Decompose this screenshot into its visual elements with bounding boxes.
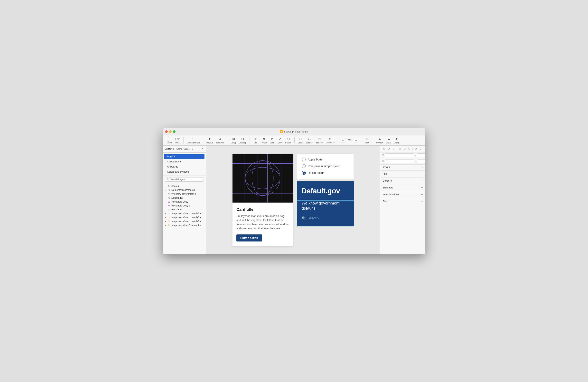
fullscreen-button[interactable] — [173, 130, 175, 133]
expand-arrow: ▶ — [165, 224, 166, 226]
data-icon: ⬡▾ — [175, 137, 180, 141]
radio-circle-2[interactable] — [302, 164, 306, 168]
page-item-page1[interactable]: Page 1 — [164, 154, 205, 159]
view-button[interactable]: ⊞ View — [363, 136, 371, 144]
list-item[interactable]: ▶ ⊙ components/form controls/radio butto… — [163, 211, 206, 215]
page-item-colors[interactable]: Colors and symbols — [164, 169, 205, 174]
h-input[interactable] — [417, 159, 425, 163]
align-bottom-button[interactable]: ⬡ — [407, 147, 412, 151]
add-border-button[interactable]: + — [421, 179, 423, 183]
align-center-v-button[interactable]: ⬡ — [402, 147, 407, 151]
x-input[interactable] — [385, 153, 414, 157]
data-button[interactable]: ⬡▾ Data — [173, 136, 181, 144]
distribute-h-button[interactable]: ⬡ — [414, 147, 418, 151]
blur-label: Blur — [383, 200, 387, 203]
expand-arrow: ▶ — [165, 220, 166, 222]
list-item[interactable]: Aa Search — [163, 184, 206, 188]
close-button[interactable] — [165, 130, 168, 133]
card-body: Card title Smiley was monstrous proud of… — [232, 203, 293, 246]
backward-button[interactable]: ⬇ Backward — [215, 136, 226, 144]
radio-item-2[interactable]: Paw-paw in simple syrup — [302, 164, 349, 168]
collapse-sidebar-button[interactable]: ∧ — [201, 147, 204, 151]
intersect-icon: ⊓ — [317, 137, 322, 141]
add-layer-button[interactable]: + — [198, 147, 200, 151]
page-item-artboards[interactable]: Artboards — [164, 164, 205, 169]
list-item[interactable]: ▶ ⊙ components/form controls/radio butto… — [163, 219, 206, 223]
list-item[interactable]: Aa Default.gov — [163, 196, 206, 200]
distribute-v-button[interactable]: ⬡ — [418, 147, 423, 151]
create-symbol-button[interactable]: ⬡ Create Symbol — [186, 136, 201, 144]
preview-button[interactable]: ▶ Preview — [375, 136, 384, 144]
borders-section: Borders + — [380, 177, 425, 184]
search-input[interactable] — [170, 178, 202, 181]
coords-wh-row: W H 🔒 ⬡ — [380, 158, 425, 165]
intersect-button[interactable]: ⊓ Intersect — [314, 136, 324, 144]
scale-button[interactable]: ⤢ Scale — [276, 136, 284, 144]
list-item[interactable]: Rectangle Copy — [163, 200, 206, 204]
page-item-components[interactable]: Components — [164, 159, 205, 164]
list-item[interactable]: ▶ ⊙ components/form controls/radio butto… — [163, 215, 206, 219]
union-label: Union — [298, 142, 303, 144]
add-shadow-button[interactable]: + — [421, 186, 423, 190]
svg-rect-0 — [232, 154, 293, 202]
borders-header[interactable]: Borders + — [380, 177, 425, 184]
style-header[interactable]: STYLE ∨ — [380, 165, 425, 171]
y-input[interactable] — [417, 153, 425, 157]
group-button[interactable]: ⊞ Group — [230, 136, 238, 144]
subtract-label: Subtract — [306, 142, 313, 144]
flatten-icon: ⬡ — [286, 137, 291, 141]
zoom-plus-button[interactable]: + — [354, 138, 358, 142]
view-label: View — [365, 142, 369, 144]
export-button[interactable]: ⬆ Export — [393, 136, 401, 144]
export-label: Export — [394, 142, 399, 144]
radio-item-3[interactable]: Raisin delight — [302, 171, 349, 175]
insp-sep-1 — [397, 147, 397, 151]
align-center-h-button[interactable]: ⬡ — [387, 147, 391, 151]
inner-shadows-label: Inner Shadows — [383, 193, 399, 196]
radio-item-1[interactable]: Apple butter — [302, 157, 349, 161]
forward-button[interactable]: ⬆ Forward — [205, 136, 214, 144]
list-item[interactable]: ▶ ⊙ elements/icons/search — [163, 188, 206, 192]
tab-components[interactable]: COMPONENTS — [176, 147, 193, 151]
add-inner-shadow-button[interactable]: + — [421, 193, 423, 196]
fills-header[interactable]: Fills + — [380, 171, 425, 177]
list-item[interactable]: Rectangle — [163, 208, 206, 211]
cloud-button[interactable]: ☁ Cloud — [385, 136, 393, 144]
difference-button[interactable]: ⊕ Difference — [325, 136, 336, 144]
symbol-group: ⬡ Create Symbol — [185, 136, 202, 144]
fills-label: Fills — [383, 172, 387, 175]
ungroup-button[interactable]: ⊟ Ungroup — [238, 136, 248, 144]
titlebar: ◆ uswds-project--demo — [163, 128, 425, 135]
mask-button[interactable]: ⊘ Mask — [268, 136, 276, 144]
radio-circle-1[interactable] — [302, 157, 306, 161]
w-input[interactable] — [385, 159, 414, 163]
insert-button[interactable]: ＋▾ Insert — [166, 136, 173, 144]
group-icon: ⊞ — [231, 137, 236, 141]
canvas-area[interactable]: Card title Smiley was monstrous proud of… — [206, 146, 380, 254]
align-right-button[interactable]: ⬡ — [391, 147, 396, 151]
subtract-button[interactable]: ⊖ Subtract — [305, 136, 314, 144]
zoom-minus-button[interactable]: − — [341, 138, 345, 142]
edit-icon: ✏ — [253, 137, 258, 141]
add-fill-button[interactable]: + — [421, 172, 423, 176]
flatten-button[interactable]: ⬡ Flatten — [284, 136, 293, 144]
blur-header[interactable]: Blur + — [380, 198, 425, 205]
align-left-button[interactable]: ⬡ — [382, 147, 386, 151]
rect-icon — [168, 208, 170, 211]
list-item[interactable]: ▶ ⊙ components/card/usa-card.with-medi..… — [163, 223, 206, 227]
edit-button[interactable]: ✏ Edit — [252, 136, 259, 144]
list-item[interactable]: Aa We know government d — [163, 192, 206, 196]
inner-shadows-header[interactable]: Inner Shadows + — [380, 191, 425, 198]
add-blur-button[interactable]: + — [421, 200, 423, 203]
union-button[interactable]: ⊔ Union — [296, 136, 304, 144]
radio-circle-3[interactable] — [302, 171, 306, 175]
fills-section: Fills + — [380, 171, 425, 177]
list-item[interactable]: Rectangle Copy 2 — [163, 204, 206, 208]
card-button[interactable]: Button action — [236, 234, 262, 242]
shadows-header[interactable]: Shadows + — [380, 184, 425, 191]
component-icon: ⊙ — [168, 189, 170, 191]
align-top-button[interactable]: ⬡ — [398, 147, 402, 151]
minimize-button[interactable] — [169, 130, 171, 133]
tab-layers[interactable]: LAYERS — [165, 147, 174, 151]
rotate-button[interactable]: ↻ Rotate — [260, 136, 268, 144]
